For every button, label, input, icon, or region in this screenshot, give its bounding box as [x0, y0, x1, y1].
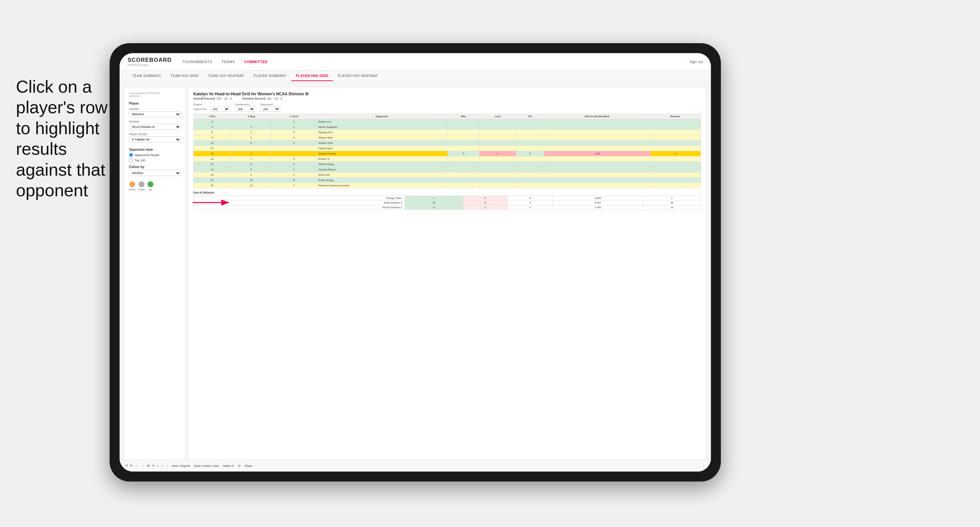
nav-link-tournaments[interactable]: TOURNAMENTS	[182, 60, 212, 64]
legend: Down Level Up	[129, 181, 181, 191]
overall-record: Overall Record: 353 - 34 - 6	[193, 97, 232, 100]
save-custom-view-button[interactable]: Save Custom View	[194, 464, 219, 467]
conference-select[interactable]: (All)	[235, 106, 255, 111]
sidebar: Last Updated: 27/03/2024 16:55:38 Player…	[125, 88, 185, 466]
zoom-button[interactable]: ⊡	[238, 464, 240, 467]
out-of-division-table: Foreign Team 1 0 0 4.500 2 NAIA Division…	[193, 195, 701, 210]
opponent-filter-group: Opponent (All)	[260, 103, 280, 111]
tab-team-h2h-heatmap[interactable]: TEAM H2H HEATMAP	[203, 71, 249, 81]
col-win: Win	[447, 114, 479, 119]
table-row[interactable]: 1585 Stella Cheng	[194, 162, 701, 167]
opponent-view-title: Opponent view	[129, 148, 181, 151]
bottom-toolbar: ↺ ↻ ← ⊕ ✦ + ○ View: Original	[189, 460, 706, 466]
panel-subtitle: Overall Record: 353 - 34 - 6 Division Re…	[193, 97, 701, 100]
tab-team-summary[interactable]: TEAM SUMMARY	[127, 71, 166, 81]
view-original-button[interactable]: View: Original	[189, 464, 190, 467]
nav-link-teams[interactable]: TEAMS	[221, 60, 235, 64]
colour-by-select[interactable]: Win/loss	[129, 170, 181, 176]
table-row-jessica-huang[interactable]: 131 Jessica Huang 0 1 0 -3.00 2	[194, 151, 701, 156]
sidebar-division-label: Division	[129, 120, 181, 123]
sidebar-gender-label: Gender	[129, 107, 181, 111]
table-row[interactable]: 914 Sharon Mun	[194, 135, 701, 140]
table-row[interactable]: 613 Sydney Kuo	[194, 130, 701, 135]
sidebar-timestamp: Last Updated: 27/03/2024 16:55:38	[129, 92, 181, 98]
radio-top100[interactable]: Top 100	[129, 158, 181, 162]
out-of-division-label: Out of division	[193, 191, 701, 194]
sidebar-radio-group: Opponents Played Top 100	[129, 153, 181, 162]
table-row[interactable]: 20117 Federica Domecq Lacroze	[194, 183, 701, 188]
legend-level: Level	[138, 181, 145, 191]
ood-row-foreign[interactable]: Foreign Team 1 0 0 4.500 2	[194, 196, 701, 201]
col-reg: # Reg	[231, 114, 272, 119]
nav-links: TOURNAMENTS TEAMS COMMITTEE	[182, 60, 268, 64]
sidebar-player-rank-label: Player (Rank)	[129, 132, 181, 136]
col-opponent: Opponent	[316, 114, 447, 119]
watch-button[interactable]: Watch ▾	[223, 464, 234, 467]
table-row[interactable]: 1822 Euna Lee	[194, 172, 701, 178]
sidebar-player-rank-select[interactable]: 8. Katelyn Vo	[129, 137, 181, 143]
instruction-text: Click on a player's row to highlight res…	[16, 76, 109, 201]
table-row[interactable]: 31 Esther Lee	[194, 119, 701, 125]
nav-right: | Sign out	[685, 60, 703, 64]
main-content: Last Updated: 27/03/2024 16:55:38 Player…	[119, 83, 711, 471]
col-diff: Diff Av Strokes/Rnd	[544, 114, 650, 119]
grid-table: # Div # Reg # Conf Opponent Win Loss Tie…	[193, 114, 701, 188]
col-div: # Div	[194, 114, 231, 119]
table-row[interactable]: 1474 Eunice Yi	[194, 156, 701, 162]
table-row[interactable]: 1691 Jessica Mason	[194, 167, 701, 172]
legend-up: Up	[148, 181, 153, 191]
logo-title: SCOREBOARD	[127, 57, 172, 63]
nav-left: SCOREBOARD Powered by clippi TOURNAMENTS…	[127, 57, 268, 67]
radio-opponents-played[interactable]: Opponents Played	[129, 153, 181, 157]
col-rounds: Rounds	[650, 114, 701, 119]
logo-sub: Powered by clippi	[127, 63, 172, 67]
panel-title: Katelyn Vo Head-to-Head Grid for Women's…	[193, 92, 701, 96]
tab-player-summary[interactable]: PLAYER SUMMARY	[249, 71, 291, 81]
sidebar-player-title: Player	[129, 102, 181, 105]
region-filter-group: Region Opponents: (All)	[193, 103, 229, 111]
col-tie: Tie	[516, 114, 544, 119]
sidebar-gender-select[interactable]: Women's	[129, 111, 181, 117]
conference-filter-group: Conference (All)	[235, 103, 255, 111]
tablet-frame: SCOREBOARD Powered by clippi TOURNAMENTS…	[110, 43, 721, 481]
sign-out-link[interactable]: Sign out	[690, 60, 703, 64]
nav-divider: |	[685, 60, 686, 64]
table-row[interactable]: 1063 Andrea York	[194, 140, 701, 146]
share-button[interactable]: Share	[245, 464, 253, 467]
legend-down: Down	[129, 181, 135, 191]
right-panel: Katelyn Vo Head-to-Head Grid for Women's…	[189, 88, 706, 466]
region-opponents-select[interactable]: (All)	[210, 106, 229, 111]
opponent-select[interactable]: (All)	[260, 106, 280, 111]
sub-nav: TEAM SUMMARY TEAM H2H GRID TEAM H2H HEAT…	[119, 70, 711, 83]
nav-bar: SCOREBOARD Powered by clippi TOURNAMENTS…	[119, 53, 711, 70]
tab-player-h2h-heatmap[interactable]: PLAYER H2H HEATMAP	[333, 71, 382, 81]
filter-row: Region Opponents: (All) Conference (	[193, 103, 701, 111]
nav-link-committee[interactable]: COMMITTEE	[244, 60, 268, 64]
logo-area: SCOREBOARD Powered by clippi	[127, 57, 172, 67]
tab-team-h2h-grid[interactable]: TEAM H2H GRID	[166, 71, 204, 81]
ood-row-naia[interactable]: NAIA Division 1 15 0 0 9.267 30	[194, 201, 701, 205]
colour-by-title: Colour by	[129, 165, 181, 169]
col-loss: Loss	[479, 114, 516, 119]
sidebar-division-select[interactable]: NCAA Division III	[129, 124, 181, 130]
table-row[interactable]: 522 Alexis Sudjianto	[194, 125, 701, 130]
ood-row-ncaa2[interactable]: NCAA Division 2 5 0 0 7.400 10	[194, 205, 701, 210]
col-conf: # Conf	[272, 114, 316, 119]
tablet-screen: SCOREBOARD Powered by clippi TOURNAMENTS…	[119, 53, 711, 471]
tab-player-h2h-grid[interactable]: PLAYER H2H GRID	[291, 71, 333, 81]
division-record: Division Record: 331 - 34 - 6	[242, 97, 282, 100]
table-row[interactable]: 11 Haejin Hyun	[194, 146, 701, 151]
table-row[interactable]: 19106 Emily Chang	[194, 178, 701, 183]
